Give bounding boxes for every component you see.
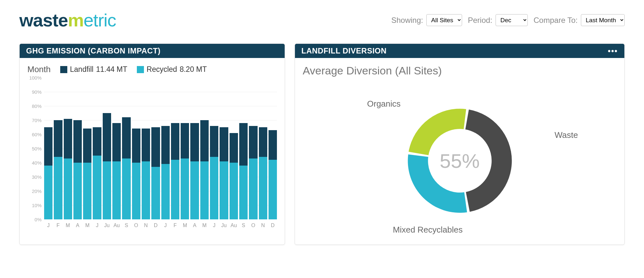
filter-compare-select[interactable]: Last Month bbox=[581, 14, 625, 26]
x-tick: F bbox=[171, 221, 179, 232]
donut-wrap: 55% Organics Waste Mixed Recyclables bbox=[303, 83, 617, 238]
bar[interactable] bbox=[249, 126, 257, 219]
diversion-subtitle: Average Diversion (All Sites) bbox=[303, 64, 617, 77]
y-tick: 10% bbox=[32, 203, 42, 208]
filter-bar: Showing: All Sites Period: Dec Compare T… bbox=[391, 14, 625, 26]
x-tick: J bbox=[161, 221, 170, 232]
y-tick: 50% bbox=[32, 146, 42, 151]
bar[interactable] bbox=[44, 127, 52, 219]
logo-part1: waste bbox=[19, 10, 68, 30]
ghg-x-axis: JFMAMJJuAuSONDJFMAMJJuAuSOND bbox=[44, 221, 277, 232]
legend-recycled-swatch bbox=[137, 66, 144, 73]
x-tick: M bbox=[83, 221, 91, 232]
bar[interactable] bbox=[190, 123, 199, 219]
panel-menu-icon[interactable]: ••• bbox=[608, 46, 618, 55]
x-tick: D bbox=[151, 221, 160, 232]
x-tick: O bbox=[132, 221, 140, 232]
bar[interactable] bbox=[64, 119, 72, 219]
bar[interactable] bbox=[103, 113, 111, 219]
panel-ghg: GHG EMISSION (CARBON IMPACT) Month Landf… bbox=[19, 43, 285, 245]
filter-period-select[interactable]: Dec bbox=[496, 14, 528, 26]
y-tick: 90% bbox=[32, 89, 42, 95]
donut-center-value: 55% bbox=[440, 149, 479, 172]
legend-landfill-swatch bbox=[60, 66, 67, 73]
panel-ghg-body: Month Landfill 11.44 MT Recycled 8.20 MT… bbox=[20, 58, 285, 239]
x-tick: J bbox=[44, 221, 52, 232]
bar[interactable] bbox=[151, 127, 160, 219]
x-tick: S bbox=[122, 221, 130, 232]
x-tick: A bbox=[190, 221, 199, 232]
legend-recycled-label: Recycled bbox=[147, 65, 177, 74]
bar[interactable] bbox=[210, 126, 218, 219]
x-tick: Au bbox=[230, 221, 238, 232]
bar[interactable] bbox=[93, 127, 101, 219]
x-tick: Au bbox=[112, 221, 121, 232]
donut-label-waste: Waste bbox=[554, 130, 578, 140]
filter-period-label: Period: bbox=[468, 16, 492, 25]
bar[interactable] bbox=[269, 130, 277, 219]
bar[interactable] bbox=[73, 120, 82, 219]
bar[interactable] bbox=[122, 117, 130, 219]
bar[interactable] bbox=[161, 126, 170, 219]
legend-recycled: Recycled 8.20 MT bbox=[137, 65, 207, 74]
x-tick: A bbox=[73, 221, 82, 232]
legend-recycled-value: 8.20 MT bbox=[180, 65, 207, 74]
panel-diversion: LANDFILL DIVERSION ••• Average Diversion… bbox=[295, 43, 625, 245]
y-tick: 20% bbox=[32, 188, 42, 194]
y-tick: 60% bbox=[32, 132, 42, 137]
y-tick: 0% bbox=[34, 217, 42, 222]
ghg-subtitle: Month bbox=[27, 64, 51, 74]
x-tick: J bbox=[93, 221, 101, 232]
bar[interactable] bbox=[83, 129, 91, 219]
logo-part3: etric bbox=[83, 10, 116, 30]
donut-label-organics: Organics bbox=[367, 99, 401, 109]
header: wastemetric Showing: All Sites Period: D… bbox=[19, 10, 625, 31]
donut-slice-organics[interactable] bbox=[408, 109, 466, 155]
x-tick: D bbox=[269, 221, 277, 232]
bar[interactable] bbox=[132, 129, 140, 219]
ghg-plot bbox=[44, 78, 277, 219]
x-tick: M bbox=[64, 221, 72, 232]
filter-compare-label: Compare To: bbox=[534, 16, 578, 25]
legend-landfill: Landfill 11.44 MT bbox=[60, 65, 127, 74]
bar[interactable] bbox=[112, 123, 121, 219]
x-tick: O bbox=[249, 221, 257, 232]
legend-landfill-value: 11.44 MT bbox=[96, 65, 127, 74]
ghg-y-axis: 0%10%20%30%40%50%60%70%80%90%100% bbox=[27, 78, 43, 219]
y-tick: 40% bbox=[32, 160, 42, 166]
logo: wastemetric bbox=[19, 10, 116, 31]
filter-showing-select[interactable]: All Sites bbox=[426, 14, 462, 26]
x-tick: Ju bbox=[220, 221, 228, 232]
x-tick: J bbox=[210, 221, 218, 232]
bar[interactable] bbox=[54, 120, 62, 219]
y-tick: 100% bbox=[29, 75, 42, 81]
bar[interactable] bbox=[171, 123, 179, 219]
x-tick: M bbox=[181, 221, 189, 232]
x-tick: Ju bbox=[103, 221, 111, 232]
x-tick: M bbox=[200, 221, 209, 232]
bar[interactable] bbox=[181, 123, 189, 219]
panel-ghg-title: GHG EMISSION (CARBON IMPACT) bbox=[26, 46, 161, 55]
panel-diversion-title: LANDFILL DIVERSION bbox=[301, 46, 387, 55]
logo-part2: m bbox=[68, 10, 84, 30]
ghg-bar-chart: 0%10%20%30%40%50%60%70%80%90%100% JFMAMJ… bbox=[27, 78, 277, 232]
panels-row: GHG EMISSION (CARBON IMPACT) Month Landf… bbox=[19, 43, 625, 245]
bar[interactable] bbox=[259, 127, 267, 219]
y-tick: 30% bbox=[32, 174, 42, 180]
x-tick: S bbox=[239, 221, 248, 232]
bar[interactable] bbox=[142, 129, 150, 219]
bar[interactable] bbox=[239, 123, 248, 219]
x-tick: N bbox=[259, 221, 267, 232]
filter-period: Period: Dec bbox=[468, 14, 528, 26]
y-tick: 80% bbox=[32, 103, 42, 109]
bar[interactable] bbox=[200, 120, 209, 219]
panel-diversion-header: LANDFILL DIVERSION ••• bbox=[295, 44, 624, 58]
bar[interactable] bbox=[220, 127, 228, 219]
filter-showing: Showing: All Sites bbox=[391, 14, 462, 26]
filter-showing-label: Showing: bbox=[391, 16, 423, 25]
panel-diversion-body: Average Diversion (All Sites) 55% Organi… bbox=[295, 58, 624, 244]
y-tick: 70% bbox=[32, 118, 42, 123]
legend-landfill-label: Landfill bbox=[70, 65, 93, 74]
bar[interactable] bbox=[230, 133, 238, 219]
panel-ghg-header: GHG EMISSION (CARBON IMPACT) bbox=[20, 44, 285, 58]
